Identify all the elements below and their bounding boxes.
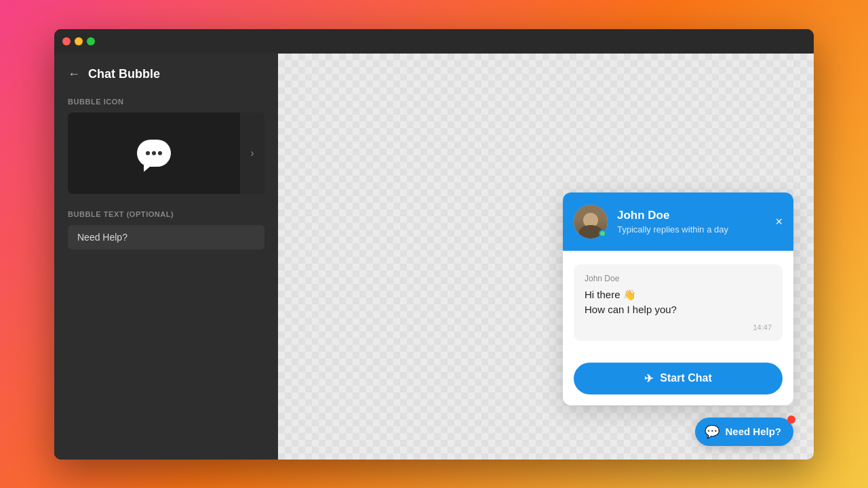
- bubble-text-label: BUBBLE TEXT (OPTIONAL): [68, 210, 264, 218]
- send-icon: ✈: [644, 372, 653, 385]
- back-button[interactable]: ←: [68, 67, 80, 81]
- traffic-light-yellow[interactable]: [75, 37, 83, 45]
- message-line-1: Hi there 👋: [585, 289, 636, 300]
- agent-info: John Doe Typically replies within a day: [617, 209, 766, 235]
- dot-1: [146, 151, 150, 155]
- avatar-container: [574, 205, 608, 239]
- start-chat-label: Start Chat: [660, 372, 711, 384]
- bubble-text-input[interactable]: [68, 225, 264, 249]
- traffic-light-green[interactable]: [87, 37, 95, 45]
- need-help-icon: 💬: [705, 424, 719, 439]
- traffic-lights: [62, 37, 95, 45]
- sidebar: ← Chat Bubble BUBBLE ICON ›: [54, 54, 278, 460]
- sidebar-title: Chat Bubble: [88, 67, 160, 81]
- carousel-next-button[interactable]: ›: [240, 113, 264, 194]
- dot-2: [152, 151, 156, 155]
- need-help-text: Need Help?: [725, 426, 781, 437]
- icon-carousel: ›: [68, 113, 264, 194]
- chat-widget: John Doe Typically replies within a day …: [563, 192, 793, 405]
- notification-dot: [787, 415, 795, 424]
- chat-bubble-icon-preview: [137, 140, 171, 167]
- browser-window: ← Chat Bubble BUBBLE ICON ›: [54, 29, 814, 460]
- agent-name: John Doe: [617, 209, 766, 222]
- chat-header: John Doe Typically replies within a day …: [563, 192, 793, 251]
- bubble-icon-section: BUBBLE ICON ›: [68, 98, 264, 194]
- message-sender: John Doe: [585, 274, 772, 283]
- title-bar: [54, 29, 814, 54]
- sidebar-header: ← Chat Bubble: [68, 67, 264, 81]
- online-indicator: [599, 230, 606, 237]
- close-button[interactable]: ×: [775, 216, 783, 228]
- traffic-light-red[interactable]: [62, 37, 71, 45]
- bubble-icon-label: BUBBLE ICON: [68, 98, 264, 106]
- message-line-2: How can I help you?: [585, 304, 677, 315]
- chat-message-card: John Doe Hi there 👋 How can I help you? …: [574, 264, 783, 341]
- bubble-text-section: BUBBLE TEXT (OPTIONAL): [68, 210, 264, 249]
- need-help-bubble[interactable]: 💬 Need Help?: [695, 418, 793, 446]
- chat-body: John Doe Hi there 👋 How can I help you? …: [563, 251, 793, 363]
- agent-status: Typically replies within a day: [617, 224, 766, 235]
- dot-3: [158, 151, 162, 155]
- start-chat-button[interactable]: ✈ Start Chat: [574, 363, 783, 394]
- message-text: Hi there 👋 How can I help you?: [585, 287, 772, 318]
- icon-preview: [68, 113, 240, 194]
- preview-area: John Doe Typically replies within a day …: [278, 54, 814, 460]
- main-content: ← Chat Bubble BUBBLE ICON ›: [54, 54, 814, 460]
- message-time: 14:47: [585, 323, 772, 331]
